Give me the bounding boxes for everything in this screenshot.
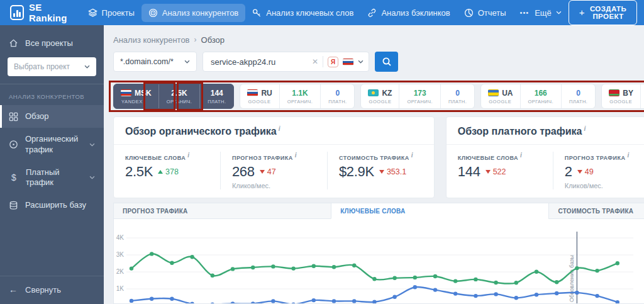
- metric-traffic-forecast: ПРОГНОЗ ТРАФИКАi 268 47 Кликов/мес.: [220, 152, 327, 189]
- clear-input-icon[interactable]: ✕: [312, 57, 318, 66]
- paid-value: 0: [336, 89, 340, 98]
- region-card-ru[interactable]: RU GOOGLE 1.1KОРГАНИЧ. 0ПЛАТН.: [240, 84, 355, 109]
- nav-item-backlink-analysis[interactable]: Анализ бэклинков: [360, 4, 457, 22]
- sidebar-item-paid-traffic[interactable]: $ Платный трафик: [0, 161, 104, 194]
- create-project-button[interactable]: + СОЗДАТЬ ПРОЕКТ: [569, 0, 637, 25]
- home-icon: [9, 38, 18, 48]
- chevron-down-icon: [89, 176, 95, 179]
- metric-traffic-cost: СТОИМОСТЬ ТРАФИКАi $2.9K 353.1: [327, 152, 434, 189]
- metric-delta: 49: [577, 167, 594, 176]
- se-ranking-logo-icon: [10, 5, 24, 20]
- region-engine: GOOGLE: [488, 99, 513, 104]
- main-content: Анализ конкурентов › Обзор Оставить отзы…: [104, 25, 644, 304]
- info-icon[interactable]: i: [411, 152, 413, 159]
- regions-row: MSK YANDEX 2.5KОРГАНИЧ. 144ПЛАТН. RU GOO…: [113, 84, 644, 109]
- metric-keywords: КЛЮЧЕВЫЕ СЛОВАi 144 522: [447, 152, 553, 189]
- keywords-chart-panel: 4K3K2K1KОбновление базы: [113, 219, 644, 304]
- domain-search-box: ✕ Я: [203, 52, 369, 72]
- main-menu: Проекты Анализ конкурентов Анализ ключев…: [81, 4, 569, 22]
- breadcrumb-parent[interactable]: Анализ конкурентов: [113, 35, 190, 45]
- metric-value: 144: [458, 164, 480, 180]
- tab-traffic-cost[interactable]: СТОИМОСТЬ ТРАФИКА: [548, 203, 644, 219]
- key-icon: [252, 8, 262, 18]
- more-dots-icon: •••: [520, 9, 530, 16]
- sidebar-item-organic-traffic[interactable]: Органический трафик: [0, 128, 104, 161]
- metric-delta: 47: [260, 167, 276, 176]
- sidebar-item-overview[interactable]: Обзор: [0, 105, 104, 128]
- info-icon[interactable]: i: [627, 152, 629, 159]
- metric-delta: 378: [158, 167, 179, 176]
- dollar-icon: $: [9, 172, 19, 183]
- nav-item-label: Анализ конкурентов: [162, 8, 239, 18]
- target-icon: [9, 140, 18, 149]
- layers-icon: [88, 8, 97, 17]
- project-select[interactable]: Выбрать проект: [8, 57, 96, 76]
- organic-value: 166: [535, 89, 547, 98]
- nav-item-more[interactable]: ••• Ещё: [513, 4, 569, 22]
- region-card-ua[interactable]: UA GOOGLE 166ОРГАНИЧ. 0ПЛАТН.: [480, 84, 596, 109]
- sidebar: Все проекты Выбрать проект АНАЛИЗ КОНКУР…: [0, 25, 104, 304]
- info-icon[interactable]: i: [295, 152, 297, 159]
- domain-mode-select[interactable]: *.domain.com/*: [113, 52, 197, 72]
- delta-up-icon: [158, 170, 163, 174]
- delta-down-icon: [260, 170, 265, 174]
- arrow-left-icon: ←: [9, 284, 18, 295]
- project-select-placeholder: Выбрать проект: [14, 62, 70, 71]
- metric-value: $2.9K: [339, 164, 374, 180]
- brand[interactable]: SE Ranking: [10, 2, 69, 23]
- domain-search-input[interactable]: [211, 57, 308, 67]
- link-icon: [367, 8, 377, 18]
- nav-item-label: Ещё: [535, 8, 552, 18]
- region-card-msk-selected[interactable]: MSK YANDEX 2.5KОРГАНИЧ. 144ПЛАТН.: [113, 84, 234, 109]
- region-engine: GOOGLE: [247, 99, 272, 104]
- nav-item-reports[interactable]: Отчеты: [457, 4, 513, 22]
- chevron-down-icon: [89, 143, 95, 147]
- metric-value: 2.5K: [125, 164, 153, 180]
- sidebar-collapse-button[interactable]: ← Свернуть: [0, 276, 104, 304]
- grid-icon: [9, 112, 18, 121]
- paid-value: 0: [576, 89, 580, 98]
- sidebar-section-title: АНАЛИЗ КОНКУРЕНТОВ: [0, 93, 104, 100]
- sidebar-all-projects[interactable]: Все проекты: [0, 33, 104, 53]
- svg-text:3K: 3K: [116, 251, 125, 258]
- svg-text:4K: 4K: [116, 234, 125, 241]
- chevron-down-icon: [556, 11, 562, 14]
- delta-down-icon: [577, 170, 582, 174]
- nav-item-competitor-research[interactable]: Анализ конкурентов: [142, 4, 246, 22]
- bullseye-icon: [148, 8, 158, 18]
- tab-traffic-forecast[interactable]: ПРОГНОЗ ТРАФИКА: [113, 203, 331, 219]
- flag-kz-icon: [368, 89, 379, 96]
- metric-traffic-forecast: ПРОГНОЗ ТРАФИКАi 2 49 Кликов/мес.: [553, 152, 644, 189]
- keywords-line-chart[interactable]: 4K3K2K1KОбновление базы: [114, 219, 644, 304]
- tab-keywords[interactable]: КЛЮЧЕВЫЕ СЛОВА: [331, 203, 548, 219]
- info-icon[interactable]: i: [279, 125, 280, 132]
- chart-tabs: ПРОГНОЗ ТРАФИКА КЛЮЧЕВЫЕ СЛОВА СТОИМОСТЬ…: [113, 203, 644, 219]
- brand-name: SE Ranking: [29, 2, 69, 23]
- nav-item-keyword-research[interactable]: Анализ ключевых слов: [245, 4, 360, 22]
- organic-overview-title: Обзор органического трафикаi: [114, 117, 434, 145]
- region-card-kz[interactable]: KZ GOOGLE 173ОРГАНИЧ. 0ПЛАТН.: [360, 84, 475, 109]
- nav-item-label: Анализ бэклинков: [381, 8, 450, 18]
- top-nav: SE Ranking Проекты Анализ конкурентов Ан…: [0, 0, 644, 25]
- yandex-engine-icon[interactable]: Я: [328, 57, 338, 67]
- flag-ru-icon[interactable]: [343, 59, 353, 65]
- region-engine: YANDEX: [121, 99, 152, 104]
- breadcrumb-current: Обзор: [201, 35, 225, 45]
- chevron-down-icon: [358, 60, 364, 64]
- info-icon[interactable]: i: [187, 152, 189, 159]
- region-card-by[interactable]: BY GOOGLE 114ОРГАНИЧ. 0ПЛАТН.: [601, 84, 644, 109]
- info-icon[interactable]: i: [520, 152, 522, 159]
- nav-item-label: Анализ ключевых слов: [266, 8, 353, 18]
- sidebar-divider: [0, 84, 104, 84]
- search-button[interactable]: [375, 52, 398, 72]
- pie-chart-icon: [464, 8, 474, 18]
- organic-value: 1.1K: [292, 89, 308, 98]
- metric-value: 2: [565, 164, 572, 180]
- info-icon[interactable]: i: [584, 125, 586, 132]
- nav-item-projects[interactable]: Проекты: [81, 4, 142, 22]
- sidebar-item-expand-database[interactable]: Расширить базу: [0, 194, 104, 217]
- engine-select-chevron[interactable]: [358, 60, 364, 64]
- organic-value: 2.5K: [171, 89, 187, 98]
- region-engine: GOOGLE: [368, 99, 392, 104]
- metric-unit: Кликов/мес.: [565, 182, 644, 189]
